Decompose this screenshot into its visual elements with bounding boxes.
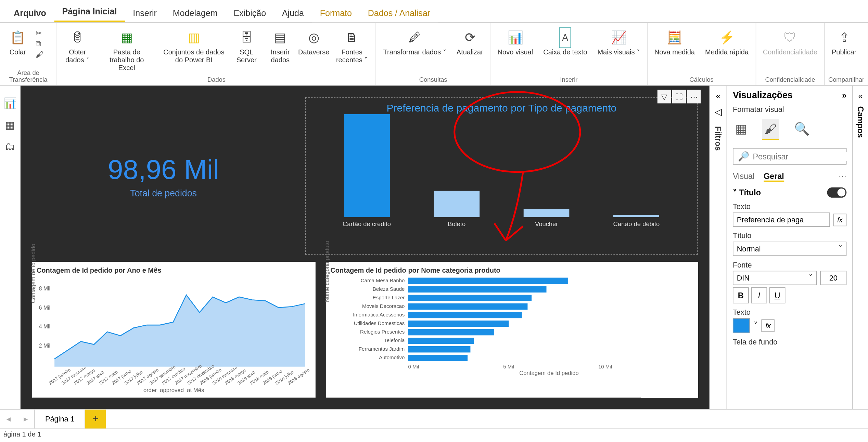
- model-view-icon[interactable]: 🗂: [5, 141, 15, 153]
- textbox-button[interactable]: ACaixa de texto: [540, 25, 590, 58]
- vis-tabs-more-icon[interactable]: ⋯: [839, 171, 846, 182]
- view-switcher: 📊 ▦ 🗂: [0, 86, 21, 409]
- section-titulo-toggle[interactable]: [827, 187, 846, 198]
- tab-data[interactable]: Dados / Analisar: [360, 3, 438, 22]
- field-fonte-label: Fonte: [733, 261, 846, 269]
- publish-button[interactable]: ⇪Publicar: [828, 25, 860, 58]
- area-chart-visual[interactable]: Contagem de Id pedido por Ano e Mês Cont…: [32, 262, 316, 398]
- enter-data-button[interactable]: ▤Inserir dados: [265, 25, 296, 66]
- page-tab-1[interactable]: Página 1: [34, 410, 85, 428]
- hbar-row[interactable]: Utilidades Domesticas: [334, 320, 693, 327]
- new-visual-button[interactable]: 📊Novo visual: [494, 25, 537, 58]
- filters-label[interactable]: Filtros: [714, 126, 723, 151]
- visual-more-icon[interactable]: ⋯: [687, 90, 701, 103]
- fx-button-texto[interactable]: fx: [833, 213, 846, 226]
- field-titulo-select[interactable]: Normal˅: [733, 242, 846, 256]
- tab-view[interactable]: Exibição: [226, 3, 274, 22]
- tab-insert[interactable]: Inserir: [125, 3, 165, 22]
- dataverse-button[interactable]: ◎Dataverse: [299, 25, 328, 58]
- group-sens-label: Confidencialidade: [760, 75, 821, 84]
- svg-text:4 Mil: 4 Mil: [39, 324, 50, 329]
- fields-label[interactable]: Campos: [856, 106, 865, 138]
- add-page-button[interactable]: +: [85, 410, 106, 428]
- more-visuals-button[interactable]: 📈Mais visuais ˅: [594, 25, 643, 58]
- hbar-row[interactable]: Telefonia: [334, 337, 693, 344]
- get-data-button[interactable]: 🛢Obter dados ˅: [61, 25, 94, 66]
- hbar-row[interactable]: Esporte Lazer: [334, 294, 693, 301]
- transform-button[interactable]: 🖉Transformar dados ˅: [380, 25, 450, 58]
- page-prev-icon[interactable]: ◄: [0, 415, 17, 423]
- search-icon: 🔎: [738, 151, 749, 162]
- data-view-icon[interactable]: ▦: [5, 119, 15, 131]
- new-measure-button[interactable]: 🧮Nova medida: [651, 25, 698, 58]
- section-titulo-header[interactable]: ˅ Título: [733, 187, 846, 198]
- vis-tab-visual[interactable]: Visual: [733, 171, 754, 182]
- expand-filters-icon[interactable]: «: [716, 91, 720, 101]
- ribbon: 📋Colar ✂ ⧉ 🖌 Area de Transferência 🛢Obte…: [0, 23, 868, 86]
- svg-text:2 Mil: 2 Mil: [39, 343, 50, 349]
- hbar-chart-visual[interactable]: Contagem de Id pedido por Nome categoria…: [326, 262, 698, 398]
- refresh-button[interactable]: ⟳Atualizar: [453, 25, 487, 58]
- chevron-down-icon: ˅: [839, 245, 843, 253]
- field-fonte-select[interactable]: DIN˅: [733, 271, 817, 285]
- tab-model[interactable]: Modelagem: [165, 3, 226, 22]
- hbar-row[interactable]: Automotivo: [334, 354, 693, 362]
- tab-file[interactable]: Arquivo: [6, 3, 54, 22]
- field-fontsize-input[interactable]: [820, 271, 846, 285]
- report-canvas[interactable]: 98,96 Mil Total de pedidos ▽ ⛶ ⋯ Prefere…: [21, 86, 709, 409]
- format-visual-icon[interactable]: 🖌: [762, 119, 779, 140]
- area-chart-title: Contagem de Id pedido por Ano e Mês: [37, 266, 311, 274]
- hbar-row[interactable]: Cama Mesa Banho: [334, 276, 693, 284]
- bar-column[interactable]: Voucher: [515, 209, 578, 227]
- hbar-row[interactable]: Informatica Acessorios: [334, 311, 693, 318]
- fields-pane-collapsed: « Campos: [852, 86, 868, 409]
- sql-button[interactable]: 🗄SQL Server: [232, 25, 261, 66]
- group-data-label: Dados: [61, 75, 372, 84]
- hbar-chart-title: Contagem de Id pedido por Nome categoria…: [330, 266, 693, 274]
- bar-column[interactable]: Cartão de débito: [605, 215, 668, 228]
- vis-search-input[interactable]: [753, 152, 852, 161]
- hbar-row[interactable]: Ferramentas Jardim: [334, 345, 693, 353]
- page-next-icon[interactable]: ►: [17, 415, 34, 423]
- analytics-icon[interactable]: 🔍: [792, 119, 812, 140]
- text-color-picker[interactable]: [733, 318, 750, 333]
- copy-icon[interactable]: ⧉: [36, 39, 43, 49]
- tab-home[interactable]: Página Inicial: [54, 2, 125, 22]
- hbar-row[interactable]: Moveis Decoracao: [334, 302, 693, 310]
- italic-button[interactable]: I: [751, 287, 767, 303]
- visual-filter-icon[interactable]: ▽: [658, 90, 671, 103]
- bar-column[interactable]: Boleto: [425, 191, 488, 228]
- vis-pane-title: Visualizações: [733, 90, 793, 101]
- pbi-datasets-button[interactable]: ▥Conjuntos de dados do Power BI: [159, 25, 229, 66]
- bar-column[interactable]: Cartão de crédito: [335, 114, 398, 228]
- paste-button[interactable]: 📋Colar: [3, 25, 32, 58]
- visual-focus-icon[interactable]: ⛶: [672, 90, 686, 103]
- hbar-x-axis-label: Contagem de Id pedido: [330, 369, 693, 376]
- bold-button[interactable]: B: [733, 287, 749, 303]
- quick-measure-button[interactable]: ⚡Medida rápida: [702, 25, 752, 58]
- cut-icon[interactable]: ✂: [36, 29, 43, 38]
- field-texto-input[interactable]: [733, 212, 830, 227]
- underline-button[interactable]: U: [769, 287, 786, 303]
- kpi-card[interactable]: 98,96 Mil Total de pedidos: [32, 97, 295, 255]
- vis-tab-geral[interactable]: Geral: [764, 171, 784, 182]
- fx-button-color[interactable]: fx: [761, 320, 775, 332]
- hbar-row[interactable]: Relogios Presentes: [334, 328, 693, 336]
- tab-format[interactable]: Formato: [312, 3, 360, 22]
- recent-sources-button[interactable]: 🗎Fontes recentes ˅: [331, 25, 372, 66]
- hbar-row[interactable]: Beleza Saude: [334, 285, 693, 293]
- collapse-vis-icon[interactable]: »: [842, 91, 846, 100]
- kpi-label: Total de pedidos: [130, 188, 197, 198]
- vis-search: 🔎: [733, 148, 846, 165]
- tab-help[interactable]: Ajuda: [274, 3, 312, 22]
- field-texto-label: Texto: [733, 202, 846, 211]
- excel-button[interactable]: ▦Pasta de trabalho do Excel: [98, 25, 156, 74]
- chevron-down-icon: ˅: [733, 188, 737, 197]
- expand-fields-icon[interactable]: «: [858, 91, 863, 101]
- filters-icon[interactable]: ◁: [715, 106, 722, 117]
- build-visual-icon[interactable]: ▦: [733, 119, 749, 140]
- bar-chart-visual[interactable]: ▽ ⛶ ⋯ Preferencia de pagamento por Tipo …: [305, 97, 698, 255]
- format-painter-icon[interactable]: 🖌: [36, 50, 43, 59]
- group-insert-label: Inserir: [494, 75, 644, 84]
- report-view-icon[interactable]: 📊: [4, 97, 16, 110]
